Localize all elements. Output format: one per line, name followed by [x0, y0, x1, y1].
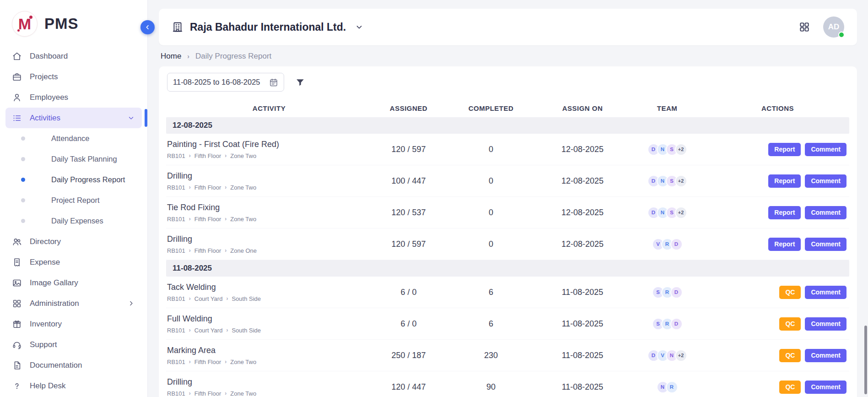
- users-icon: [12, 237, 22, 247]
- qc-button[interactable]: QC: [779, 349, 801, 362]
- completed-value: 0: [445, 239, 537, 249]
- activity-title: Tack Welding: [167, 283, 372, 292]
- bullet-dot-icon: [21, 198, 25, 202]
- briefcase-icon: [12, 72, 22, 82]
- sidebar-item-help-desk[interactable]: Help Desk: [0, 375, 147, 396]
- actions-cell: ReportComment: [706, 143, 849, 156]
- gift-icon: [12, 319, 22, 329]
- assign-on-value: 11-08-2025: [537, 382, 628, 392]
- path-segment: Zone Two: [230, 152, 256, 159]
- activity-path: RB101›Fifth Floor›Zone Two: [167, 390, 372, 397]
- chevron-down-icon: [127, 114, 135, 122]
- sidebar-subitem-daily-expenses[interactable]: Daily Expenses: [0, 211, 147, 231]
- completed-value: 0: [445, 176, 537, 186]
- path-chevron-icon: ›: [226, 295, 228, 302]
- qc-button[interactable]: QC: [779, 381, 801, 394]
- team-extra-badge[interactable]: +2: [675, 175, 687, 187]
- logo-dot: [17, 29, 20, 32]
- logo-dot: [29, 16, 32, 19]
- sidebar-item-label: Projects: [30, 72, 58, 82]
- team-avatar[interactable]: D: [670, 238, 683, 250]
- report-button[interactable]: Report: [768, 143, 801, 156]
- sidebar-item-label: Administration: [30, 299, 79, 308]
- report-button[interactable]: Report: [768, 206, 801, 219]
- vertical-scrollbar[interactable]: [864, 326, 867, 394]
- app-logo[interactable]: M PMS: [0, 0, 147, 45]
- sidebar-item-projects[interactable]: Projects: [0, 66, 147, 87]
- bullet-dot-icon: [21, 136, 25, 141]
- qc-button[interactable]: QC: [779, 286, 801, 299]
- completed-value: 6: [445, 288, 537, 297]
- bullet-dot-icon: [21, 178, 25, 182]
- path-chevron-icon: ›: [226, 327, 228, 333]
- assigned-value: 120 / 597: [372, 145, 445, 154]
- sidebar-item-directory[interactable]: Directory: [0, 231, 147, 252]
- company-name: Raja Bahadur International Ltd.: [190, 21, 346, 33]
- team-extra-badge[interactable]: +2: [675, 349, 687, 362]
- sidebar-item-dashboard[interactable]: Dashboard: [0, 46, 147, 66]
- assigned-value: 120 / 537: [372, 208, 445, 218]
- sidebar-item-activities[interactable]: Activities: [5, 108, 142, 128]
- path-segment: Court Yard: [194, 327, 223, 334]
- column-activity: ACTIVITY: [166, 104, 372, 112]
- path-segment: Fifth Floor: [194, 247, 221, 254]
- sidebar-item-inventory[interactable]: Inventory: [0, 314, 147, 334]
- sidebar-subitem-label: Daily Task Planning: [51, 155, 117, 163]
- sidebar-collapse-button[interactable]: [140, 20, 155, 34]
- path-segment: RB101: [167, 216, 185, 223]
- table-row: DrillingRB101›Fifth Floor›Zone Two120 / …: [166, 371, 849, 397]
- image-icon: [12, 278, 22, 288]
- comment-button[interactable]: Comment: [805, 349, 846, 362]
- sidebar-item-support[interactable]: Support: [0, 334, 147, 355]
- activity-cell: Painting - First Coat (Fire Red)RB101›Fi…: [166, 140, 372, 159]
- sidebar-item-administration[interactable]: Administration: [0, 293, 147, 314]
- sidebar-item-label: Inventory: [30, 320, 62, 329]
- sidebar-item-employees[interactable]: Employees: [0, 87, 147, 108]
- team-avatar[interactable]: D: [670, 318, 683, 330]
- path-segment: Fifth Floor: [194, 184, 221, 191]
- apps-grid-icon[interactable]: [798, 21, 810, 33]
- path-segment: RB101: [167, 184, 185, 191]
- sidebar-subitem-project-report[interactable]: Project Report: [0, 190, 147, 211]
- team-avatar[interactable]: R: [666, 381, 678, 393]
- breadcrumb-home[interactable]: Home: [161, 52, 181, 61]
- date-range-input[interactable]: 11-08-2025 to 16-08-2025: [167, 73, 284, 92]
- completed-value: 0: [445, 145, 537, 154]
- team-avatar[interactable]: D: [670, 286, 683, 299]
- content-card: 11-08-2025 to 16-08-2025 ACTIVITY ASSIGN…: [159, 66, 857, 397]
- path-segment: Court Yard: [194, 295, 223, 302]
- comment-button[interactable]: Comment: [805, 206, 846, 219]
- table-header: ACTIVITY ASSIGNED COMPLETED ASSIGN ON TE…: [166, 99, 849, 117]
- comment-button[interactable]: Comment: [805, 143, 846, 156]
- activity-cell: Marking AreaRB101›Fifth Floor›Zone Two: [166, 346, 372, 365]
- chevron-left-icon: [144, 23, 151, 31]
- sidebar-subitem-daily-progress-report[interactable]: Daily Progress Report: [0, 169, 147, 190]
- sidebar-subitem-daily-task-planning[interactable]: Daily Task Planning: [0, 149, 147, 169]
- comment-button[interactable]: Comment: [805, 286, 846, 299]
- report-button[interactable]: Report: [768, 238, 801, 251]
- avatar[interactable]: AD: [823, 16, 844, 38]
- comment-button[interactable]: Comment: [805, 381, 846, 394]
- comment-button[interactable]: Comment: [805, 317, 846, 331]
- path-chevron-icon: ›: [189, 184, 191, 190]
- assign-on-value: 11-08-2025: [537, 288, 628, 297]
- team-extra-badge[interactable]: +2: [675, 207, 687, 219]
- filter-icon[interactable]: [295, 77, 305, 87]
- comment-button[interactable]: Comment: [805, 238, 846, 251]
- team-cell: SRD: [628, 286, 706, 299]
- sidebar-subitem-attendance[interactable]: Attendance: [0, 128, 147, 149]
- company-selector[interactable]: Raja Bahadur International Ltd.: [172, 21, 364, 33]
- team-extra-badge[interactable]: +2: [675, 143, 687, 156]
- sidebar-item-documentation[interactable]: Documentation: [0, 355, 147, 375]
- report-button[interactable]: Report: [768, 174, 801, 188]
- sidebar-item-expense[interactable]: Expense: [0, 252, 147, 272]
- path-segment: South Side: [232, 327, 261, 334]
- path-chevron-icon: ›: [225, 390, 226, 397]
- sidebar-item-image-gallary[interactable]: Image Gallary: [0, 272, 147, 293]
- path-segment: Zone Two: [230, 216, 256, 223]
- path-segment: Zone Two: [230, 390, 256, 397]
- qc-button[interactable]: QC: [779, 317, 801, 331]
- comment-button[interactable]: Comment: [805, 174, 846, 188]
- team-cell: DVN+2: [628, 349, 706, 362]
- assigned-value: 100 / 447: [372, 176, 445, 186]
